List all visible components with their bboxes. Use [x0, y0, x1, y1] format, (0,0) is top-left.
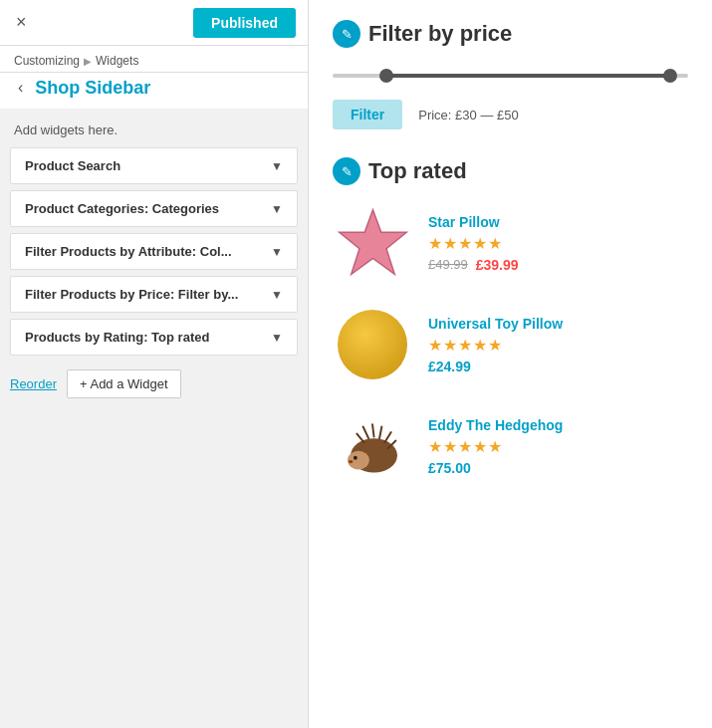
star-pillow-price-row: £49.99 £39.99: [428, 257, 688, 273]
top-rated-heading: ✎ Top rated: [333, 157, 688, 185]
product-item-toy-pillow: Universal Toy Pillow ★★★★★ £24.99: [333, 305, 688, 384]
toy-pillow-price: £24.99: [428, 359, 471, 374]
star-pillow-old-price: £49.99: [428, 257, 468, 272]
svg-point-9: [354, 456, 357, 460]
back-button[interactable]: ‹: [14, 77, 27, 99]
left-panel: × Published Customizing ▶ Widgets ‹ Shop…: [0, 0, 309, 728]
hedgehog-price-row: £75.00: [428, 460, 688, 476]
widget-item-product-categories[interactable]: Product Categories: Categories ▼: [10, 190, 298, 227]
reorder-button[interactable]: Reorder: [10, 376, 57, 391]
toy-pillow-price-row: £24.99: [428, 359, 688, 374]
panel-title-row: ‹ Shop Sidebar: [0, 73, 308, 109]
toy-pillow-name[interactable]: Universal Toy Pillow: [428, 316, 688, 332]
range-track: [333, 74, 688, 78]
edit-icon: ✎: [333, 20, 360, 48]
widget-item-filter-attribute[interactable]: Filter Products by Attribute: Col... ▼: [10, 233, 298, 270]
product-list: Star Pillow ★★★★★ £49.99 £39.99 Universa…: [333, 203, 688, 486]
star-pillow-info: Star Pillow ★★★★★ £49.99 £39.99: [428, 214, 688, 273]
svg-line-5: [384, 432, 390, 442]
svg-marker-0: [339, 209, 406, 274]
breadcrumb: Customizing ▶ Widgets: [14, 54, 294, 68]
widget-label-products-rating: Products by Rating: Top rated: [25, 330, 209, 345]
chevron-down-icon-4: ▼: [271, 288, 283, 302]
breadcrumb-widgets: Widgets: [96, 54, 138, 68]
hedgehog-image: [333, 406, 412, 486]
svg-point-8: [348, 451, 369, 470]
range-thumb-left[interactable]: [379, 69, 393, 83]
filter-button[interactable]: Filter: [333, 100, 402, 129]
price-range-label: Price: £30 — £50: [418, 108, 518, 122]
top-bar: × Published: [0, 0, 308, 46]
hedgehog-info: Eddy The Hedgehog ★★★★★ £75.00: [428, 417, 688, 476]
product-item-star-pillow: Star Pillow ★★★★★ £49.99 £39.99: [333, 203, 688, 283]
widget-label-filter-attribute: Filter Products by Attribute: Col...: [25, 244, 232, 259]
widget-list: Product Search ▼ Product Categories: Cat…: [0, 147, 308, 356]
widget-item-products-rating[interactable]: Products by Rating: Top rated ▼: [10, 319, 298, 356]
widget-label-product-categories: Product Categories: Categories: [25, 201, 219, 216]
edit-icon-toprated: ✎: [333, 157, 360, 185]
widget-label-filter-price: Filter Products by Price: Filter by...: [25, 287, 238, 302]
chevron-down-icon-3: ▼: [271, 245, 283, 259]
star-pillow-stars: ★★★★★: [428, 234, 688, 253]
filter-row: Filter Price: £30 — £50: [333, 100, 688, 129]
toy-pillow-info: Universal Toy Pillow ★★★★★ £24.99: [428, 316, 688, 374]
svg-line-3: [372, 424, 374, 436]
breadcrumb-arrow: ▶: [84, 56, 92, 67]
svg-line-2: [363, 427, 368, 439]
star-pillow-new-price: £39.99: [476, 257, 519, 273]
star-pillow-name[interactable]: Star Pillow: [428, 214, 688, 230]
price-range-slider[interactable]: [333, 66, 688, 86]
star-pillow-svg: [336, 206, 410, 281]
breadcrumb-bar: Customizing ▶ Widgets: [0, 46, 308, 73]
published-button[interactable]: Published: [193, 8, 296, 38]
svg-line-4: [379, 427, 381, 439]
hedgehog-price: £75.00: [428, 460, 471, 476]
toy-pillow-image: [333, 305, 412, 384]
chevron-down-icon: ▼: [271, 159, 283, 173]
price-filter-section: ✎ Filter by price Filter Price: £30 — £5…: [333, 20, 688, 129]
top-rated-section: ✎ Top rated Star Pillow ★★★★★ £49.99: [333, 157, 688, 486]
price-filter-heading: ✎ Filter by price: [333, 20, 688, 48]
svg-line-7: [356, 434, 363, 443]
breadcrumb-customizing[interactable]: Customizing: [14, 54, 80, 68]
toy-pillow-stars: ★★★★★: [428, 336, 688, 355]
right-panel: ✎ Filter by price Filter Price: £30 — £5…: [309, 0, 712, 728]
chevron-down-icon-5: ▼: [271, 331, 283, 345]
add-widget-button[interactable]: + Add a Widget: [67, 369, 181, 398]
hedgehog-stars: ★★★★★: [428, 437, 688, 456]
toy-pillow-circle: [338, 310, 407, 379]
hedgehog-name[interactable]: Eddy The Hedgehog: [428, 417, 688, 433]
range-fill: [386, 74, 671, 78]
range-thumb-right[interactable]: [663, 69, 677, 83]
star-pillow-image: [333, 203, 412, 283]
widget-item-filter-price[interactable]: Filter Products by Price: Filter by... ▼: [10, 276, 298, 313]
widget-item-product-search[interactable]: Product Search ▼: [10, 147, 298, 184]
add-widgets-label: Add widgets here.: [0, 109, 308, 147]
close-button[interactable]: ×: [12, 8, 31, 37]
chevron-down-icon-2: ▼: [271, 202, 283, 216]
widget-label-product-search: Product Search: [25, 158, 120, 173]
price-filter-title: Filter by price: [368, 21, 512, 47]
panel-title: Shop Sidebar: [35, 78, 150, 99]
product-item-hedgehog: Eddy The Hedgehog ★★★★★ £75.00: [333, 406, 688, 486]
widget-actions: Reorder + Add a Widget: [0, 356, 308, 398]
svg-point-10: [349, 460, 354, 463]
top-rated-title: Top rated: [368, 158, 467, 184]
back-arrow-icon: ‹: [18, 79, 23, 96]
hedgehog-svg: [334, 407, 411, 485]
